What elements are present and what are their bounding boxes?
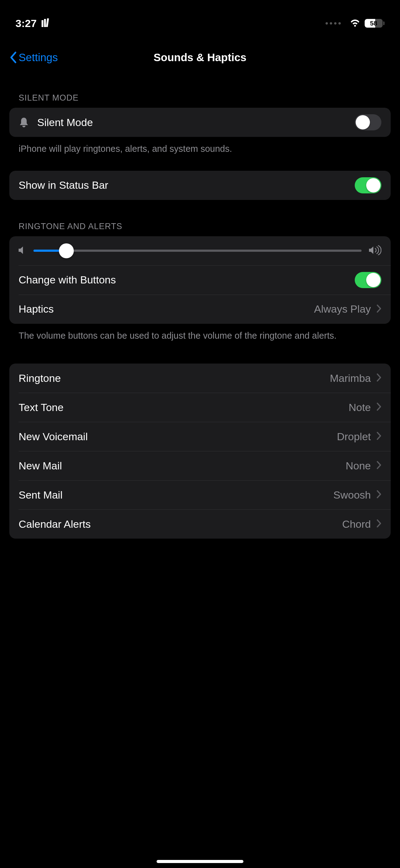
section-footer-ringtone: The volume buttons can be used to adjust… [9,324,391,342]
sound-value: Note [348,401,371,413]
sound-label: Ringtone [19,372,330,384]
change-with-buttons-label: Change with Buttons [19,274,355,286]
svg-rect-0 [41,20,43,27]
row-sound-text-tone[interactable]: Text ToneNote [9,393,391,422]
row-haptics[interactable]: Haptics Always Play [9,294,391,324]
group-sounds: RingtoneMarimbaText ToneNoteNew Voicemai… [9,364,391,538]
sound-value: Droplet [337,431,371,443]
status-bar: 3:27 •••• 58 [0,0,400,40]
row-sound-calendar-alerts[interactable]: Calendar AlertsChord [9,509,391,538]
row-sound-new-mail[interactable]: New MailNone [9,451,391,480]
nav-bar: Settings Sounds & Haptics [0,40,400,74]
svg-rect-2 [46,18,49,27]
cellular-dots-icon: •••• [325,18,342,28]
sound-value: None [346,460,371,472]
battery-level: 58 [365,19,382,28]
section-header-silent: SILENT MODE [9,93,391,108]
row-silent-mode[interactable]: Silent Mode [9,108,391,137]
sound-label: Text Tone [19,401,348,413]
chevron-right-icon [376,373,381,383]
status-left: 3:27 [15,18,51,30]
section-footer-silent: iPhone will play ringtones, alerts, and … [9,137,391,155]
back-button[interactable]: Settings [9,51,58,64]
home-indicator[interactable] [157,860,243,863]
bell-icon [19,116,37,128]
wifi-icon [350,19,360,28]
chevron-right-icon [376,461,381,471]
sound-label: New Mail [19,460,346,472]
haptics-value: Always Play [314,303,371,315]
volume-slider-track[interactable] [33,250,362,252]
speaker-low-icon [19,246,26,256]
chevron-right-icon [376,490,381,500]
row-change-with-buttons[interactable]: Change with Buttons [9,266,391,294]
sound-label: New Voicemail [19,431,337,443]
sound-value: Swoosh [333,489,371,501]
change-with-buttons-toggle[interactable] [355,272,381,288]
sound-label: Sent Mail [19,489,333,501]
chevron-right-icon [376,402,381,412]
back-label: Settings [19,51,58,64]
speaker-high-icon [369,245,381,256]
content: SILENT MODE Silent Mode iPhone will play… [0,74,400,538]
chevron-right-icon [376,304,381,314]
nav-title: Sounds & Haptics [0,51,400,64]
battery-indicator: 58 [365,19,385,28]
group-ringtone-alerts: Change with Buttons Haptics Always Play [9,236,391,324]
sound-label: Calendar Alerts [19,518,342,530]
silent-mode-toggle[interactable] [355,114,381,130]
row-show-in-status-bar[interactable]: Show in Status Bar [9,171,391,200]
group-silent: Silent Mode [9,108,391,137]
chevron-right-icon [376,519,381,529]
section-header-ringtone: RINGTONE AND ALERTS [9,222,391,236]
chevron-right-icon [376,432,381,441]
show-in-status-bar-label: Show in Status Bar [19,179,355,191]
status-right: •••• 58 [325,18,385,28]
show-in-status-bar-toggle[interactable] [355,177,381,193]
silent-mode-label: Silent Mode [37,116,355,128]
group-statusbar: Show in Status Bar [9,171,391,200]
svg-rect-1 [44,19,46,27]
row-sound-ringtone[interactable]: RingtoneMarimba [9,364,391,393]
status-time: 3:27 [15,18,37,30]
volume-slider-row[interactable] [9,236,391,266]
library-icon [41,18,51,30]
row-sound-sent-mail[interactable]: Sent MailSwoosh [9,480,391,509]
haptics-label: Haptics [19,303,314,315]
sound-value: Chord [342,518,371,530]
sound-value: Marimba [330,372,371,384]
row-sound-new-voicemail[interactable]: New VoicemailDroplet [9,422,391,451]
volume-slider-thumb[interactable] [59,243,74,258]
